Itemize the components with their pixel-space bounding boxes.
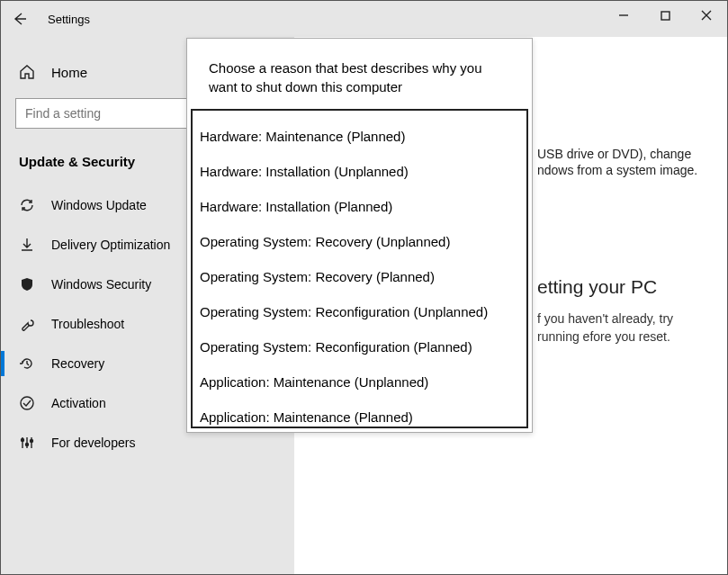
wrench-icon (19, 316, 35, 332)
popup-option[interactable]: Hardware: Installation (Planned) (193, 188, 526, 223)
sidebar-item-label: For developers (51, 436, 135, 450)
popup-option[interactable]: Operating System: Recovery (Planned) (193, 258, 526, 293)
titlebar: Settings (1, 1, 727, 37)
window-controls (603, 1, 727, 30)
partial-body: f you haven't already, try running efore… (537, 310, 700, 346)
download-icon (19, 237, 35, 253)
shutdown-reason-popup: Choose a reason that best describes why … (186, 38, 533, 433)
shield-icon (19, 276, 35, 292)
popup-option[interactable]: Operating System: Recovery (Unplanned) (193, 223, 526, 258)
partial-text-1: USB drive or DVD), change (537, 147, 700, 161)
back-button[interactable] (1, 1, 37, 37)
recovery-icon (19, 355, 35, 372)
partial-heading: etting your PC (537, 276, 700, 298)
sidebar-item-label: Activation (51, 396, 106, 410)
popup-options-list[interactable]: Hardware: Maintenance (Planned) Hardware… (191, 109, 528, 428)
popup-prompt: Choose a reason that best describes why … (187, 39, 532, 109)
sidebar-item-label: Windows Security (51, 277, 151, 292)
maximize-button[interactable] (644, 1, 686, 30)
svg-rect-0 (661, 12, 670, 20)
minimize-button[interactable] (603, 1, 644, 30)
popup-option[interactable]: Application: Maintenance (Planned) (193, 399, 526, 427)
popup-option[interactable]: Application: Maintenance (Unplanned) (193, 364, 526, 399)
svg-point-4 (26, 444, 29, 446)
home-icon (19, 64, 35, 80)
arrow-left-icon (11, 11, 27, 27)
sync-icon (19, 197, 35, 213)
popup-option[interactable]: Hardware: Maintenance (Planned) (193, 111, 526, 153)
sidebar-item-label: Troubleshoot (51, 317, 124, 331)
home-label: Home (51, 65, 87, 80)
sliders-icon (19, 435, 35, 451)
svg-point-3 (22, 439, 24, 442)
sidebar-item-label: Windows Update (51, 198, 147, 212)
app-title: Settings (48, 13, 90, 26)
partial-text-2: ndows from a system image. (537, 163, 700, 177)
close-button[interactable] (686, 1, 727, 30)
svg-point-2 (21, 397, 33, 409)
check-circle-icon (19, 395, 35, 411)
svg-point-5 (31, 440, 33, 443)
sidebar-item-label: Delivery Optimization (51, 238, 170, 252)
popup-option[interactable]: Operating System: Reconfiguration (Unpla… (193, 293, 526, 328)
popup-option[interactable]: Hardware: Installation (Unplanned) (193, 153, 526, 188)
sidebar-item-label: Recovery (51, 356, 104, 371)
popup-option[interactable]: Operating System: Reconfiguration (Plann… (193, 328, 526, 364)
